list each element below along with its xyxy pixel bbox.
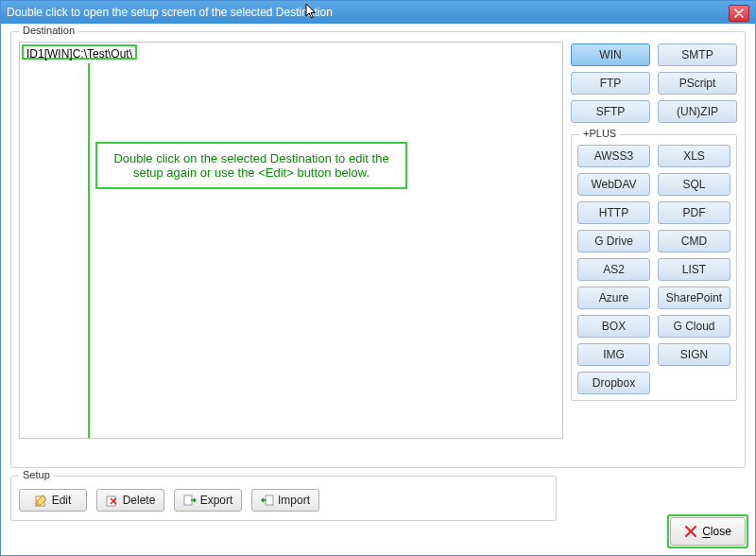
- type-button-label: IMG: [603, 348, 625, 361]
- type-button-webdav[interactable]: WebDAV: [577, 173, 650, 196]
- type-button-label: LIST: [682, 263, 706, 276]
- import-icon: [261, 494, 274, 507]
- type-button-dropbox[interactable]: Dropbox: [577, 372, 650, 394]
- type-button-win[interactable]: WIN: [571, 43, 650, 66]
- type-button-smtp[interactable]: SMTP: [658, 43, 737, 66]
- delete-icon: [106, 494, 119, 507]
- type-button-list[interactable]: LIST: [658, 258, 730, 281]
- type-button-azure[interactable]: Azure: [577, 287, 650, 309]
- svg-rect-3: [266, 495, 273, 505]
- close-button[interactable]: Close: [670, 517, 746, 546]
- type-button-label: SMTP: [681, 48, 713, 61]
- edit-button-label: Edit: [52, 494, 72, 507]
- destination-list[interactable]: ID1[WIN]C:\Test\Out\ Double click on the…: [19, 42, 563, 439]
- plus-group-label: +PLUS: [579, 128, 620, 139]
- type-button-sql[interactable]: SQL: [658, 173, 730, 196]
- type-button-pdf[interactable]: PDF: [658, 201, 730, 224]
- destination-group: Destination ID1[WIN]C:\Test\Out\ Double …: [10, 31, 746, 468]
- type-button-label: SQL: [682, 178, 705, 191]
- type-button-label: PDF: [683, 206, 706, 219]
- delete-button-label: Delete: [123, 494, 156, 507]
- import-button[interactable]: Import: [251, 489, 319, 512]
- export-button-label: Export: [200, 494, 233, 507]
- type-button-label: XLS: [683, 149, 705, 163]
- svg-rect-2: [184, 495, 192, 505]
- dialog-window: Double click to open the setup screen of…: [0, 0, 756, 556]
- type-button-label: AS2: [603, 263, 625, 276]
- callout-arrow: [88, 63, 90, 439]
- type-button-sftp[interactable]: SFTP: [571, 100, 650, 123]
- type-button-label: WIN: [599, 48, 621, 61]
- client-area: Destination ID1[WIN]C:\Test\Out\ Double …: [1, 24, 755, 555]
- type-button-label: HTTP: [599, 206, 628, 219]
- type-button-label: Azure: [599, 291, 628, 304]
- type-button-http[interactable]: HTTP: [577, 201, 650, 224]
- titlebar[interactable]: Double click to open the setup screen of…: [1, 1, 755, 24]
- titlebar-text: Double click to open the setup screen of…: [7, 6, 729, 19]
- type-button-label: G Cloud: [673, 320, 714, 333]
- type-button-label: SIGN: [680, 348, 708, 361]
- type-button-cmd[interactable]: CMD: [658, 230, 730, 252]
- type-button-box[interactable]: BOX: [577, 315, 650, 338]
- type-button-label: Dropbox: [593, 376, 635, 390]
- destination-types-panel: WINSMTPFTPPScriptSFTP(UN)ZIP +PLUS AWSS3…: [571, 42, 737, 460]
- export-button[interactable]: Export: [174, 489, 242, 512]
- type-button-g-drive[interactable]: G Drive: [577, 230, 650, 252]
- type-button-awss3[interactable]: AWSS3: [577, 145, 650, 167]
- close-x-icon: [684, 525, 697, 538]
- close-button-label: Close: [702, 525, 731, 538]
- callout-hint: Double click on the selected Destination…: [95, 142, 407, 189]
- setup-group: Setup Edit Delete: [10, 476, 557, 521]
- window-close-button[interactable]: [729, 5, 749, 22]
- type-button-label: SFTP: [596, 105, 626, 118]
- type-button-ftp[interactable]: FTP: [571, 72, 650, 95]
- destination-list-item[interactable]: ID1[WIN]C:\Test\Out\: [22, 44, 137, 60]
- type-button-sign[interactable]: SIGN: [658, 343, 730, 366]
- type-button-label: BOX: [602, 320, 626, 333]
- type-button-label: WebDAV: [591, 178, 636, 191]
- type-button-xls[interactable]: XLS: [658, 145, 730, 167]
- type-button-as2[interactable]: AS2: [577, 258, 650, 281]
- type-button-g-cloud[interactable]: G Cloud: [658, 315, 730, 338]
- setup-group-label: Setup: [19, 469, 54, 480]
- edit-icon: [35, 494, 48, 507]
- type-button-label: SharePoint: [666, 291, 722, 304]
- plus-group: +PLUS AWSS3XLSWebDAVSQLHTTPPDFG DriveCMD…: [571, 134, 737, 401]
- type-button-label: (UN)ZIP: [677, 105, 718, 118]
- type-button-label: CMD: [681, 235, 707, 248]
- type-button-pscript[interactable]: PScript: [658, 72, 737, 95]
- edit-button[interactable]: Edit: [19, 489, 87, 512]
- type-button-un-zip[interactable]: (UN)ZIP: [658, 100, 737, 123]
- import-button-label: Import: [278, 494, 310, 507]
- type-button-label: FTP: [600, 77, 622, 90]
- delete-button[interactable]: Delete: [96, 489, 164, 512]
- close-icon: [734, 9, 744, 18]
- export-icon: [183, 494, 197, 507]
- type-button-img[interactable]: IMG: [577, 343, 650, 366]
- type-button-label: G Drive: [594, 235, 633, 248]
- type-button-label: AWSS3: [594, 149, 634, 163]
- type-button-sharepoint[interactable]: SharePoint: [658, 287, 730, 309]
- type-button-label: PScript: [679, 77, 716, 90]
- destination-group-label: Destination: [19, 25, 78, 36]
